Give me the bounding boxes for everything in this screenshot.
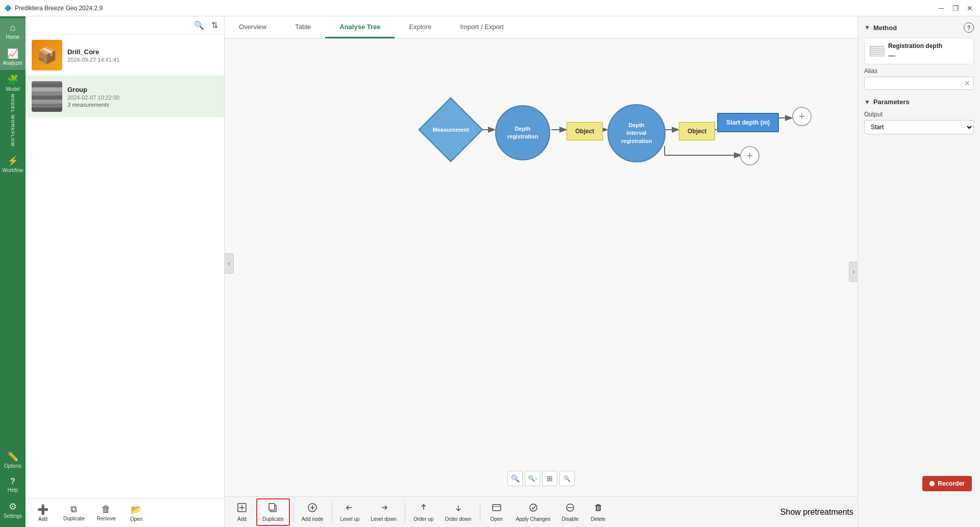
parameters-collapse-button[interactable]: ▼ [864,99,870,106]
tab-table[interactable]: Table [281,16,325,38]
show-pretreatments-label: Show pretreatments [780,508,853,516]
add-node-bottom[interactable]: + [740,146,760,165]
nav-bottom: ✏️ Options ? Help ⚙ Settings [0,447,26,527]
nav-item-workflow[interactable]: ⚡ Workflow [0,151,26,177]
minimize-button[interactable]: ─ [935,2,947,14]
settings-icon: ⚙ [9,501,17,512]
start-depth-node[interactable]: Start depth (m) [717,113,779,132]
title-bar-controls: ─ ❐ ✕ [935,2,976,14]
maximize-button[interactable]: ❐ [949,2,962,14]
toolbar-add-node-label: Add node [302,516,324,522]
method-info: Registration depth — [888,42,942,60]
options-icon: ✏️ [7,451,18,462]
recorder-button[interactable]: Recorder [922,476,972,491]
nav-label-home: Home [6,34,20,40]
help-icon: ? [10,477,15,486]
method-dash: — [888,52,942,60]
title-bar-left: 🔷 Prediktera Breeze Geo 2024.2.9 [4,5,103,12]
nav-item-settings[interactable]: ⚙ Settings [0,497,26,523]
workflow-icon: ⚡ [7,155,18,166]
sidebar-remove-label: Remove [97,516,116,521]
tab-analyse-tree[interactable]: Analyse Tree [325,16,395,38]
sidebar-open-button[interactable]: 📂 Open [123,501,150,525]
zoom-reset-button[interactable]: 🔍 [559,471,575,486]
toolbar-level-up-icon [345,502,355,515]
toolbar-disable-button[interactable]: Disable [556,499,583,525]
sidebar-bottom-toolbar: ➕ Add ⧉ Duplicate 🗑 Remove 📂 Open [26,498,224,527]
depth-interval-registration-label: Depthintervalregistration [618,118,655,148]
toolbar-order-up-button[interactable]: Order up [408,499,438,525]
svg-rect-26 [870,46,885,57]
sidebar-remove-button[interactable]: 🗑 Remove [92,501,121,525]
group-count: 3 measurements [67,102,218,108]
close-button[interactable]: ✕ [964,2,976,14]
toolbar-add-node-button[interactable]: Add node [297,499,329,525]
method-section-label: Method [873,24,897,32]
nav-item-model[interactable]: 🧩 Model Model Workflow [0,70,26,151]
svg-point-22 [530,504,537,511]
drill-core-info: Drill_Core 2024-09-27 14:41:41 [67,48,218,63]
nav-label-options: Options [4,463,21,469]
connector-svg [225,39,857,496]
toolbar-order-down-label: Order down [445,516,471,522]
separator-3 [405,502,405,522]
depth-registration-node[interactable]: Depthregistration [495,105,550,160]
parameters-label: Parameters [873,98,910,106]
toolbar-level-up-button[interactable]: Level up [335,499,365,525]
sidebar-item-group[interactable]: Group 2024-02-07 10:22:00 3 measurements [26,76,224,117]
toolbar-open-icon [492,502,502,515]
alias-input[interactable] [867,78,963,88]
group-thumbnail-inner [32,81,62,112]
object2-label: Object [688,128,706,135]
nav-item-help[interactable]: ? Help [0,473,26,497]
object1-label: Object [575,128,594,135]
group-name: Group [67,86,218,93]
help-button[interactable]: ? [964,22,974,33]
svg-rect-12 [269,504,275,510]
method-icon [870,46,884,56]
nav-item-options[interactable]: ✏️ Options [0,447,26,473]
toolbar-apply-changes-button[interactable]: Apply Changes [511,499,556,525]
method-collapse-button[interactable]: ▼ [864,24,870,31]
sidebar: 🔍 ⇅ 📦 Drill_Core 2024-09-27 14:41:41 [26,16,225,527]
toolbar-duplicate-label: Duplicate [262,516,284,522]
right-panel-toggle[interactable]: › [849,261,858,282]
sidebar-toggle[interactable]: ‹ [225,253,234,274]
analyzer-icon: 📈 [7,48,18,59]
alias-clear-button[interactable]: ✕ [963,79,971,87]
measurement-node[interactable]: Measurement [418,97,483,162]
output-label: Output [864,111,974,118]
zoom-in-button[interactable]: 🔍 [507,471,523,486]
toolbar-add-label: Add [237,516,247,522]
measurement-label: Measurement [433,126,469,133]
toolbar-order-down-button[interactable]: Order down [439,499,476,525]
add-node-top[interactable]: + [792,107,812,126]
object1-node[interactable]: Object [567,122,603,140]
nav-item-home[interactable]: ⌂ Home [0,18,26,44]
object2-node[interactable]: Object [679,122,715,140]
sidebar-search-button[interactable]: 🔍 [192,19,206,31]
alias-section: Alias ✕ [864,67,974,90]
toolbar-level-down-button[interactable]: Level down [365,499,402,525]
tab-explore[interactable]: Explore [395,16,446,38]
sidebar-item-drill-core[interactable]: 📦 Drill_Core 2024-09-27 14:41:41 [26,35,224,76]
alias-input-wrapper: ✕ [864,77,974,90]
toolbar-delete-button[interactable]: Delete [585,499,611,525]
method-name: Registration depth [888,42,942,50]
tab-import-export[interactable]: Import / Export [446,16,518,38]
zoom-controls: 🔍 🔍- ⊞ 🔍 [507,471,575,486]
nav-item-analyzer[interactable]: 📈 Analyzer [0,44,26,70]
depth-interval-registration-node[interactable]: Depthintervalregistration [607,104,666,162]
toolbar-add-button[interactable]: Add [229,499,255,525]
sidebar-add-button[interactable]: ➕ Add [30,501,56,525]
sidebar-sort-button[interactable]: ⇅ [209,19,220,31]
toolbar-duplicate-button[interactable]: Duplicate [256,498,290,526]
toolbar-open-button[interactable]: Open [483,499,510,525]
tab-overview[interactable]: Overview [225,16,281,38]
zoom-fit-button[interactable]: ⊞ [542,471,557,486]
sidebar-list: 📦 Drill_Core 2024-09-27 14:41:41 Group 2… [26,35,224,498]
zoom-out-button[interactable]: 🔍- [525,471,540,486]
output-select[interactable]: Start End Both [864,120,974,134]
tab-table-label: Table [295,23,311,31]
sidebar-duplicate-button[interactable]: ⧉ Duplicate [58,501,90,525]
